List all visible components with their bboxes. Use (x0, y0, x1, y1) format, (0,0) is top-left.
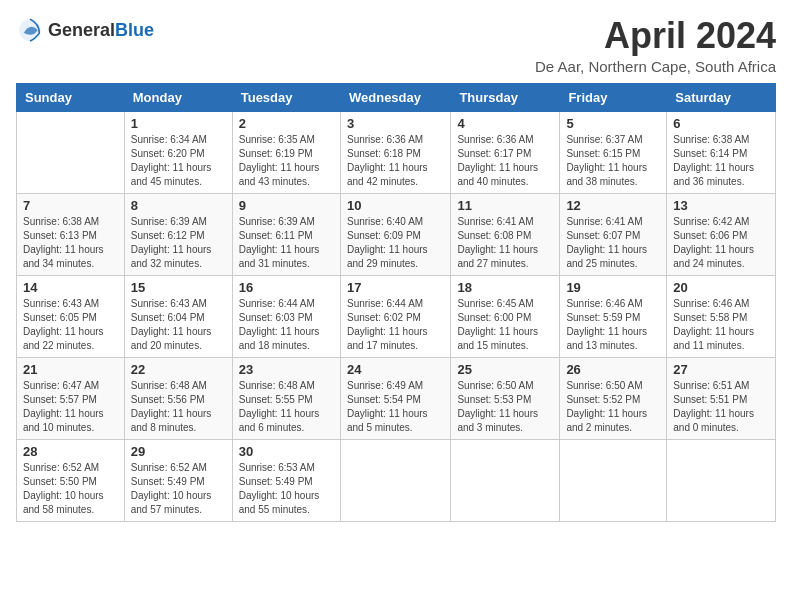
day-number: 16 (239, 280, 334, 295)
day-number: 3 (347, 116, 444, 131)
day-number: 24 (347, 362, 444, 377)
weekday-header-cell: Wednesday (340, 83, 450, 111)
logo: GeneralBlue (16, 16, 154, 44)
calendar-table: SundayMondayTuesdayWednesdayThursdayFrid… (16, 83, 776, 522)
calendar-cell: 1Sunrise: 6:34 AM Sunset: 6:20 PM Daylig… (124, 111, 232, 193)
day-content: Sunrise: 6:39 AM Sunset: 6:12 PM Dayligh… (131, 215, 226, 271)
day-number: 22 (131, 362, 226, 377)
day-content: Sunrise: 6:38 AM Sunset: 6:14 PM Dayligh… (673, 133, 769, 189)
logo-text-blue: Blue (115, 20, 154, 40)
day-number: 18 (457, 280, 553, 295)
month-title: April 2024 (535, 16, 776, 56)
day-number: 4 (457, 116, 553, 131)
calendar-cell: 2Sunrise: 6:35 AM Sunset: 6:19 PM Daylig… (232, 111, 340, 193)
calendar-cell: 13Sunrise: 6:42 AM Sunset: 6:06 PM Dayli… (667, 193, 776, 275)
calendar-cell: 30Sunrise: 6:53 AM Sunset: 5:49 PM Dayli… (232, 439, 340, 521)
calendar-cell: 9Sunrise: 6:39 AM Sunset: 6:11 PM Daylig… (232, 193, 340, 275)
weekday-header-row: SundayMondayTuesdayWednesdayThursdayFrid… (17, 83, 776, 111)
day-content: Sunrise: 6:50 AM Sunset: 5:52 PM Dayligh… (566, 379, 660, 435)
calendar-cell: 4Sunrise: 6:36 AM Sunset: 6:17 PM Daylig… (451, 111, 560, 193)
day-number: 27 (673, 362, 769, 377)
calendar-cell: 21Sunrise: 6:47 AM Sunset: 5:57 PM Dayli… (17, 357, 125, 439)
day-content: Sunrise: 6:47 AM Sunset: 5:57 PM Dayligh… (23, 379, 118, 435)
day-content: Sunrise: 6:46 AM Sunset: 5:59 PM Dayligh… (566, 297, 660, 353)
day-content: Sunrise: 6:45 AM Sunset: 6:00 PM Dayligh… (457, 297, 553, 353)
day-content: Sunrise: 6:34 AM Sunset: 6:20 PM Dayligh… (131, 133, 226, 189)
calendar-cell: 12Sunrise: 6:41 AM Sunset: 6:07 PM Dayli… (560, 193, 667, 275)
calendar-cell: 6Sunrise: 6:38 AM Sunset: 6:14 PM Daylig… (667, 111, 776, 193)
calendar-cell: 23Sunrise: 6:48 AM Sunset: 5:55 PM Dayli… (232, 357, 340, 439)
day-content: Sunrise: 6:53 AM Sunset: 5:49 PM Dayligh… (239, 461, 334, 517)
day-number: 2 (239, 116, 334, 131)
day-number: 29 (131, 444, 226, 459)
calendar-cell: 15Sunrise: 6:43 AM Sunset: 6:04 PM Dayli… (124, 275, 232, 357)
calendar-cell: 29Sunrise: 6:52 AM Sunset: 5:49 PM Dayli… (124, 439, 232, 521)
day-content: Sunrise: 6:52 AM Sunset: 5:50 PM Dayligh… (23, 461, 118, 517)
day-content: Sunrise: 6:41 AM Sunset: 6:08 PM Dayligh… (457, 215, 553, 271)
day-content: Sunrise: 6:43 AM Sunset: 6:05 PM Dayligh… (23, 297, 118, 353)
weekday-header-cell: Tuesday (232, 83, 340, 111)
day-content: Sunrise: 6:52 AM Sunset: 5:49 PM Dayligh… (131, 461, 226, 517)
day-content: Sunrise: 6:38 AM Sunset: 6:13 PM Dayligh… (23, 215, 118, 271)
calendar-week-row: 7Sunrise: 6:38 AM Sunset: 6:13 PM Daylig… (17, 193, 776, 275)
calendar-cell: 19Sunrise: 6:46 AM Sunset: 5:59 PM Dayli… (560, 275, 667, 357)
calendar-week-row: 28Sunrise: 6:52 AM Sunset: 5:50 PM Dayli… (17, 439, 776, 521)
day-number: 7 (23, 198, 118, 213)
calendar-cell: 10Sunrise: 6:40 AM Sunset: 6:09 PM Dayli… (340, 193, 450, 275)
calendar-week-row: 1Sunrise: 6:34 AM Sunset: 6:20 PM Daylig… (17, 111, 776, 193)
day-content: Sunrise: 6:36 AM Sunset: 6:17 PM Dayligh… (457, 133, 553, 189)
day-number: 6 (673, 116, 769, 131)
calendar-cell: 22Sunrise: 6:48 AM Sunset: 5:56 PM Dayli… (124, 357, 232, 439)
weekday-header-cell: Monday (124, 83, 232, 111)
calendar-cell: 8Sunrise: 6:39 AM Sunset: 6:12 PM Daylig… (124, 193, 232, 275)
day-number: 20 (673, 280, 769, 295)
page-header: GeneralBlue April 2024 De Aar, Northern … (16, 16, 776, 75)
calendar-cell: 3Sunrise: 6:36 AM Sunset: 6:18 PM Daylig… (340, 111, 450, 193)
calendar-cell: 20Sunrise: 6:46 AM Sunset: 5:58 PM Dayli… (667, 275, 776, 357)
calendar-cell (560, 439, 667, 521)
day-content: Sunrise: 6:39 AM Sunset: 6:11 PM Dayligh… (239, 215, 334, 271)
day-content: Sunrise: 6:44 AM Sunset: 6:02 PM Dayligh… (347, 297, 444, 353)
day-number: 30 (239, 444, 334, 459)
day-content: Sunrise: 6:44 AM Sunset: 6:03 PM Dayligh… (239, 297, 334, 353)
calendar-cell: 27Sunrise: 6:51 AM Sunset: 5:51 PM Dayli… (667, 357, 776, 439)
day-content: Sunrise: 6:48 AM Sunset: 5:55 PM Dayligh… (239, 379, 334, 435)
title-block: April 2024 De Aar, Northern Cape, South … (535, 16, 776, 75)
calendar-cell: 24Sunrise: 6:49 AM Sunset: 5:54 PM Dayli… (340, 357, 450, 439)
day-content: Sunrise: 6:41 AM Sunset: 6:07 PM Dayligh… (566, 215, 660, 271)
day-content: Sunrise: 6:36 AM Sunset: 6:18 PM Dayligh… (347, 133, 444, 189)
calendar-cell: 28Sunrise: 6:52 AM Sunset: 5:50 PM Dayli… (17, 439, 125, 521)
day-content: Sunrise: 6:51 AM Sunset: 5:51 PM Dayligh… (673, 379, 769, 435)
day-number: 12 (566, 198, 660, 213)
day-number: 8 (131, 198, 226, 213)
calendar-cell: 16Sunrise: 6:44 AM Sunset: 6:03 PM Dayli… (232, 275, 340, 357)
day-content: Sunrise: 6:49 AM Sunset: 5:54 PM Dayligh… (347, 379, 444, 435)
day-number: 1 (131, 116, 226, 131)
day-content: Sunrise: 6:37 AM Sunset: 6:15 PM Dayligh… (566, 133, 660, 189)
calendar-cell: 25Sunrise: 6:50 AM Sunset: 5:53 PM Dayli… (451, 357, 560, 439)
day-number: 25 (457, 362, 553, 377)
location: De Aar, Northern Cape, South Africa (535, 58, 776, 75)
weekday-header-cell: Saturday (667, 83, 776, 111)
weekday-header-cell: Thursday (451, 83, 560, 111)
calendar-cell (340, 439, 450, 521)
logo-text-general: General (48, 20, 115, 40)
day-number: 23 (239, 362, 334, 377)
calendar-cell: 26Sunrise: 6:50 AM Sunset: 5:52 PM Dayli… (560, 357, 667, 439)
day-content: Sunrise: 6:50 AM Sunset: 5:53 PM Dayligh… (457, 379, 553, 435)
calendar-cell (451, 439, 560, 521)
day-number: 10 (347, 198, 444, 213)
day-number: 19 (566, 280, 660, 295)
weekday-header-cell: Sunday (17, 83, 125, 111)
day-number: 15 (131, 280, 226, 295)
calendar-week-row: 14Sunrise: 6:43 AM Sunset: 6:05 PM Dayli… (17, 275, 776, 357)
day-content: Sunrise: 6:35 AM Sunset: 6:19 PM Dayligh… (239, 133, 334, 189)
day-content: Sunrise: 6:46 AM Sunset: 5:58 PM Dayligh… (673, 297, 769, 353)
day-content: Sunrise: 6:42 AM Sunset: 6:06 PM Dayligh… (673, 215, 769, 271)
calendar-cell: 7Sunrise: 6:38 AM Sunset: 6:13 PM Daylig… (17, 193, 125, 275)
calendar-cell: 5Sunrise: 6:37 AM Sunset: 6:15 PM Daylig… (560, 111, 667, 193)
day-number: 13 (673, 198, 769, 213)
calendar-cell: 17Sunrise: 6:44 AM Sunset: 6:02 PM Dayli… (340, 275, 450, 357)
calendar-cell: 14Sunrise: 6:43 AM Sunset: 6:05 PM Dayli… (17, 275, 125, 357)
day-number: 11 (457, 198, 553, 213)
